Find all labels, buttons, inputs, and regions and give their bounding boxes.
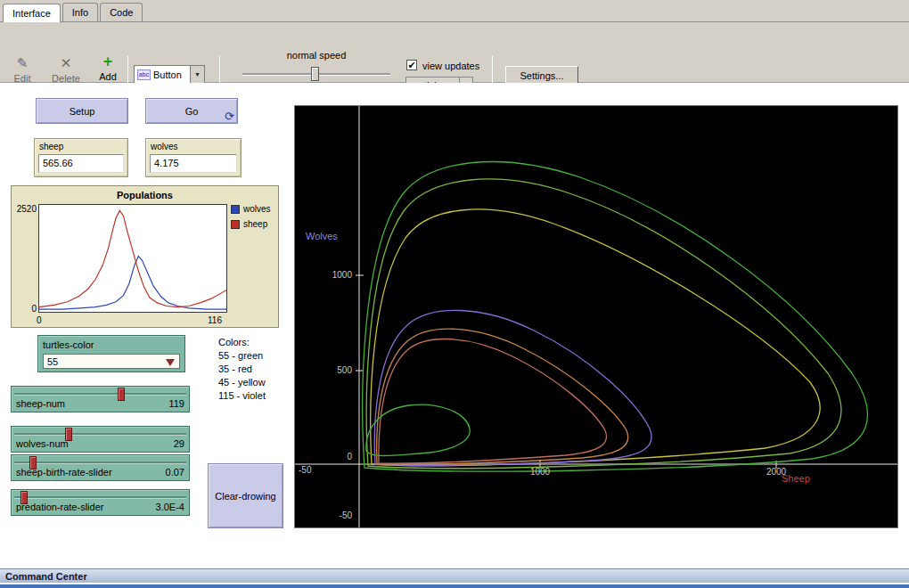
widget-type-dropdown[interactable]: abc Button ▼ [134, 65, 205, 84]
wolves-monitor-label: wolves [151, 142, 178, 151]
sheep-pen-swatch [231, 220, 240, 229]
slider-thumb[interactable] [118, 388, 125, 401]
chevron-down-icon[interactable]: ▼ [190, 66, 204, 83]
slider-label: sheep-num [16, 398, 65, 409]
slider-label: sheep-birth-rate-slider [16, 467, 112, 478]
sheep-birth-rate-slider[interactable]: sheep-birth-rate-slider 0.07 [11, 454, 190, 481]
tab-code[interactable]: Code [100, 3, 143, 21]
y-tick-1000: 1000 [325, 270, 352, 280]
sheep-monitor: sheep 565.66 [34, 138, 128, 177]
tab-bar: Interface Info Code [0, 0, 909, 22]
colors-note-line: 55 - green [218, 349, 266, 363]
clear-drawing-button-label: Clear-drowing [215, 491, 275, 502]
toolbar-separator [219, 56, 220, 83]
chooser-label: turtles-color [43, 339, 94, 350]
command-center-title: Command Center [5, 571, 87, 582]
wolves-axis-label: Wolves [306, 231, 338, 241]
slider-groove [14, 393, 186, 396]
clear-drawing-button[interactable]: Clear-drowing [208, 463, 283, 528]
tab-info[interactable]: Info [62, 3, 98, 21]
speed-label: normal speed [250, 50, 383, 61]
setup-button[interactable]: Setup [36, 98, 128, 124]
plot-title: Populations [12, 190, 278, 200]
y-tick-0: 0 [325, 452, 352, 461]
populations-chart [39, 205, 226, 312]
speed-slider-thumb[interactable] [311, 67, 319, 81]
slider-groove [14, 461, 186, 464]
settings-button-label: Settings... [520, 70, 564, 81]
add-button[interactable]: + Add [93, 54, 123, 82]
turtles-color-chooser[interactable]: turtles-color 55 [37, 335, 185, 372]
x-tick-1000: 1000 [524, 467, 556, 477]
edit-button[interactable]: ✎ Edit [7, 56, 37, 84]
wolves-num-slider[interactable]: wolves-num 29 [11, 426, 190, 453]
plot-y-max: 2520 [13, 204, 37, 214]
widget-type-value: Button [153, 69, 182, 80]
chooser-field[interactable]: 55 [43, 354, 180, 369]
tab-info-label: Info [72, 7, 88, 18]
delete-icon: ✕ [46, 56, 86, 70]
checkbox-check-icon: ✔ [407, 60, 415, 70]
y-tick-neg50: -50 [325, 510, 352, 520]
slider-groove [14, 433, 186, 436]
interface-canvas: Setup Go ⟳ sheep 565.66 wolves 4.175 Pop… [0, 83, 909, 568]
slider-label: predation-rate-slider [16, 502, 103, 512]
wolves-monitor-value: 4.175 [150, 154, 237, 173]
slider-label: wolves-num [16, 438, 69, 449]
legend-item-sheep: sheep [231, 219, 271, 229]
button-widget-icon: abc [137, 69, 151, 80]
world-view: Wolves 1000 500 0 -50 -50 1000 2000 Shee… [294, 105, 898, 528]
colors-note-title: Colors: [218, 336, 266, 349]
colors-note-line: 115 - violet [218, 389, 266, 403]
phase-plot-canvas [295, 106, 897, 527]
netlogo-window: Interface Info Code ✎ Edit ✕ Delete + Ad… [0, 0, 909, 588]
slider-groove [14, 496, 186, 499]
sheep-pen-label: sheep [243, 219, 267, 229]
slider-value: 29 [174, 438, 184, 449]
toolbar: ✎ Edit ✕ Delete + Add abc Button ▼ norma… [0, 22, 909, 83]
colors-note: Colors: 55 - green 35 - red 45 - yellow … [218, 336, 266, 403]
slider-value: 0.07 [166, 467, 184, 478]
view-updates-label: view updates [422, 61, 479, 71]
add-button-label: Add [93, 71, 123, 82]
legend-item-wolves: wolves [231, 204, 271, 214]
colors-note-line: 35 - red [218, 363, 266, 376]
populations-plot: Populations 2520 0 0 116 wolves sheep [11, 185, 279, 328]
slider-value: 119 [168, 398, 184, 409]
forever-icon: ⟳ [225, 110, 234, 122]
sheep-monitor-value: 565.66 [38, 154, 124, 173]
tab-interface-label: Interface [12, 8, 51, 19]
setup-button-label: Setup [70, 106, 95, 117]
toolbar-separator [127, 56, 128, 83]
colors-note-line: 45 - yellow [218, 376, 266, 389]
sheep-axis-label: Sheep [782, 473, 810, 484]
x-tick-neg50: -50 [299, 465, 311, 475]
view-updates-checkbox[interactable]: ✔ [406, 60, 417, 70]
plot-legend: wolves sheep [231, 204, 271, 234]
go-button[interactable]: Go ⟳ [145, 98, 238, 124]
slider-value: 3.0E-4 [156, 502, 184, 512]
predation-rate-slider[interactable]: predation-rate-slider 3.0E-4 [11, 489, 190, 516]
go-button-label: Go [185, 106, 199, 117]
add-icon: + [93, 54, 123, 69]
plot-canvas [38, 204, 227, 313]
chooser-arrow-icon [166, 359, 175, 366]
plot-x-max: 116 [208, 315, 222, 325]
wolves-monitor: wolves 4.175 [145, 138, 242, 177]
edit-icon: ✎ [7, 56, 37, 70]
wolves-pen-swatch [231, 205, 240, 214]
y-tick-500: 500 [325, 365, 352, 375]
wolves-pen-label: wolves [243, 204, 271, 214]
toolbar-separator [492, 56, 493, 83]
command-center-bar[interactable]: Command Center [0, 568, 909, 583]
plot-y-min: 0 [13, 304, 37, 314]
sheep-monitor-label: sheep [39, 142, 63, 151]
sheep-num-slider[interactable]: sheep-num 119 [11, 386, 190, 412]
tab-interface[interactable]: Interface [3, 4, 61, 22]
delete-button[interactable]: ✕ Delete [46, 56, 86, 84]
chooser-value: 55 [47, 356, 58, 367]
plot-x-min: 0 [37, 315, 42, 325]
tab-code-label: Code [110, 7, 133, 18]
window-bottom-edge [0, 584, 909, 588]
